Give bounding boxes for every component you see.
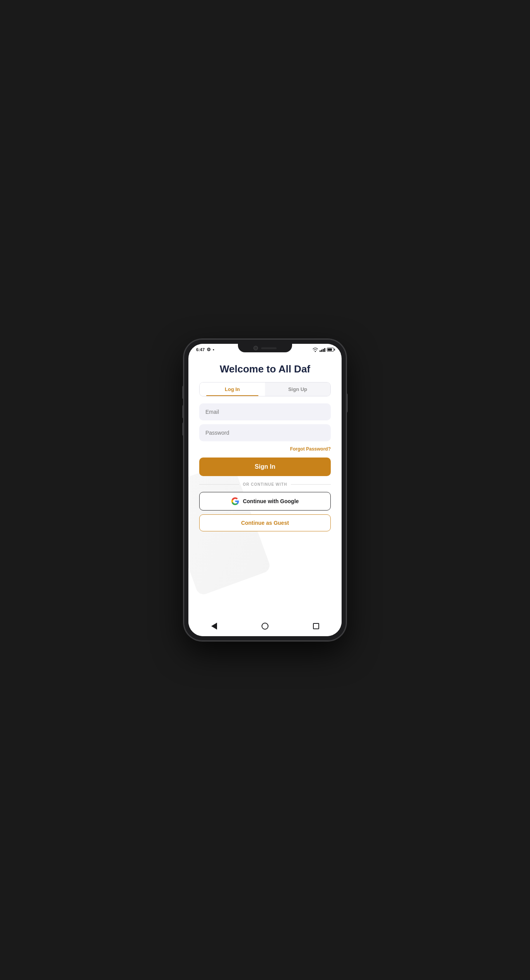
nav-bar <box>188 618 342 636</box>
status-left: 6:47 ⚙ • <box>196 347 214 352</box>
home-icon <box>262 623 268 630</box>
tab-switcher: Log In Sign Up <box>199 382 331 396</box>
google-g-icon <box>231 497 239 505</box>
email-field[interactable] <box>199 403 331 420</box>
app-title: Welcome to All Daf <box>199 363 331 375</box>
or-divider: OR CONTINUE WITH <box>199 482 331 487</box>
or-line-right <box>291 484 331 485</box>
camera <box>253 346 258 350</box>
status-bar: 6:47 ⚙ • <box>188 344 342 354</box>
or-text: OR CONTINUE WITH <box>243 482 287 487</box>
status-right <box>313 348 334 352</box>
forgot-password-link: Forgot Password? <box>199 445 331 452</box>
phone-screen: 6:47 ⚙ • <box>188 344 342 636</box>
password-field[interactable] <box>199 424 331 441</box>
gear-icon: ⚙ <box>207 347 211 352</box>
phone-frame: 6:47 ⚙ • <box>184 339 346 641</box>
home-button[interactable] <box>260 621 270 632</box>
tab-signup[interactable]: Sign Up <box>265 382 330 396</box>
recents-button[interactable] <box>311 621 321 632</box>
wifi-icon <box>313 348 318 352</box>
speaker <box>261 347 277 349</box>
back-button[interactable] <box>209 621 219 632</box>
battery-icon <box>327 348 334 352</box>
google-signin-button[interactable]: Continue with Google <box>199 492 331 510</box>
guest-button[interactable]: Continue as Guest <box>199 514 331 531</box>
dot-indicator-text: • <box>213 347 214 352</box>
signal-icon <box>320 348 325 352</box>
or-line-left <box>199 484 239 485</box>
google-button-label: Continue with Google <box>243 498 299 504</box>
tab-login[interactable]: Log In <box>200 382 265 396</box>
sign-in-button[interactable]: Sign In <box>199 458 331 476</box>
back-icon <box>211 623 217 630</box>
recents-icon <box>313 623 319 629</box>
time-display: 6:47 <box>196 347 205 352</box>
app-content: Welcome to All Daf Log In Sign Up Forgot… <box>188 354 342 618</box>
notch <box>238 344 292 352</box>
forgot-password-anchor[interactable]: Forgot Password? <box>290 446 331 452</box>
